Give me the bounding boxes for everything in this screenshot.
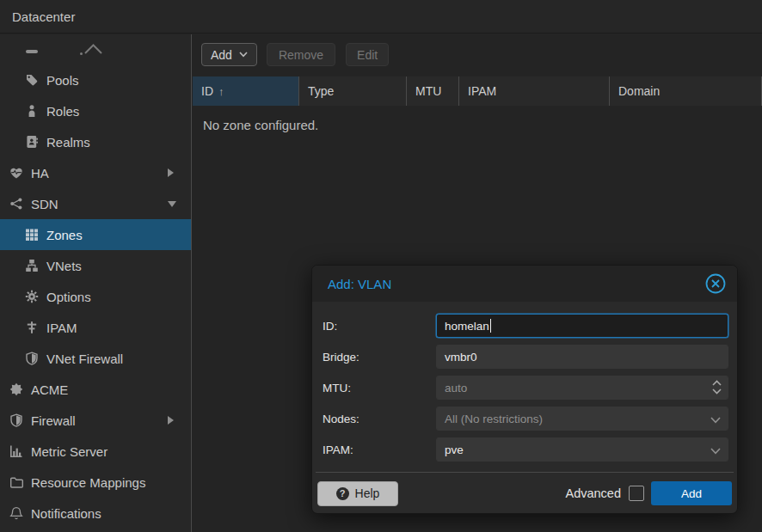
advanced-label: Advanced <box>566 486 622 500</box>
dialog-header[interactable]: Add: VLAN <box>312 266 737 302</box>
sidebar-item-label: Realms <box>46 135 90 150</box>
address-book-icon <box>25 135 39 149</box>
sidebar-item-label: Zones <box>46 228 83 242</box>
top-header: Datacenter <box>0 0 762 34</box>
sidebar-item-label: Firewall <box>31 413 76 428</box>
sidebar-item-sdn[interactable]: SDN <box>0 188 191 219</box>
partial-icon-fragment <box>26 50 38 53</box>
help-button[interactable]: ? Help <box>317 481 398 506</box>
sidebar-item-label: Resource Mappings <box>31 475 145 490</box>
sidebar-item-ha[interactable]: HA <box>0 157 191 188</box>
sidebar-item-acme[interactable]: ACME <box>0 374 191 405</box>
chevron-up-icon <box>83 43 103 54</box>
dialog-add-button[interactable]: Add <box>651 481 732 505</box>
bridge-input[interactable]: vmbr0 <box>436 345 728 369</box>
user-icon <box>25 104 39 118</box>
sitemap-icon <box>25 259 39 272</box>
text-cursor <box>490 319 492 333</box>
form-row-mtu: MTU: auto <box>323 376 728 400</box>
heartbeat-icon <box>9 166 23 180</box>
gear-icon <box>25 290 39 303</box>
sidebar-item-metric-server[interactable]: Metric Server <box>0 436 191 467</box>
app-root: Datacenter Pools Roles Realms HA SDN <box>0 0 762 532</box>
sidebar: Pools Roles Realms HA SDN Zones VNets <box>0 34 192 532</box>
tag-icon <box>25 73 39 87</box>
bridge-label: Bridge: <box>323 351 436 364</box>
form-row-id: ID: homelan <box>323 314 728 338</box>
mtu-spinner[interactable]: auto <box>436 376 728 400</box>
sidebar-item-vnet-firewall[interactable]: VNet Firewall <box>0 343 191 374</box>
form-row-ipam: IPAM: pve <box>323 437 728 462</box>
sidebar-item-label: ACME <box>31 382 68 397</box>
sidebar-item-roles[interactable]: Roles <box>0 95 191 126</box>
remove-button[interactable]: Remove <box>267 43 335 66</box>
sidebar-item-firewall[interactable]: Firewall <box>0 405 191 436</box>
close-icon[interactable] <box>704 272 727 295</box>
sidebar-item-ipam[interactable]: IPAM <box>0 312 191 343</box>
collapse-down-icon[interactable] <box>168 201 176 207</box>
nodes-label: Nodes: <box>323 413 436 425</box>
chevron-down-icon <box>710 417 721 424</box>
sidebar-item-pools[interactable]: Pools <box>0 64 191 95</box>
sidebar-item-vnets[interactable]: VNets <box>0 250 191 281</box>
sidebar-item-realms[interactable]: Realms <box>0 126 191 157</box>
spinner-arrows[interactable] <box>712 380 722 394</box>
shield-icon <box>9 413 23 427</box>
edit-button[interactable]: Edit <box>346 43 389 66</box>
sidebar-item-partial[interactable] <box>0 34 191 64</box>
grid-icon <box>25 228 39 242</box>
id-input[interactable]: homelan <box>436 314 728 338</box>
partial-text-fragment <box>80 52 83 55</box>
sidebar-item-label: IPAM <box>46 321 77 335</box>
sidebar-item-notifications[interactable]: Notifications <box>0 498 191 529</box>
table-header: ID ↑ Type MTU IPAM Domain <box>193 76 762 106</box>
sidebar-item-label: Options <box>46 290 91 304</box>
ipam-select[interactable]: pve <box>436 437 728 462</box>
add-button[interactable]: Add <box>201 43 257 66</box>
shield-icon <box>25 352 39 365</box>
sidebar-item-label: SDN <box>31 197 58 211</box>
page-title: Datacenter <box>12 9 75 24</box>
dropdown-chevron-icon <box>239 52 248 58</box>
sidebar-item-label: HA <box>31 166 49 180</box>
sidebar-item-label: Pools <box>46 73 79 88</box>
spin-up-icon[interactable] <box>712 380 722 386</box>
ipam-icon <box>25 321 39 334</box>
id-label: ID: <box>323 320 436 333</box>
bell-icon <box>9 506 23 520</box>
sidebar-item-zones[interactable]: Zones <box>0 219 191 250</box>
sidebar-item-label: Notifications <box>31 506 101 521</box>
spin-down-icon[interactable] <box>712 388 722 394</box>
network-icon <box>9 197 23 211</box>
sidebar-item-resource-mappings[interactable]: Resource Mappings <box>0 467 191 498</box>
nodes-select[interactable]: All (No restrictions) <box>436 407 728 431</box>
folder-icon <box>9 475 23 489</box>
sidebar-item-label: VNets <box>46 259 82 273</box>
form-row-bridge: Bridge: vmbr0 <box>323 345 728 369</box>
advanced-checkbox[interactable] <box>629 486 644 501</box>
column-header-ipam[interactable]: IPAM <box>459 76 610 106</box>
sort-asc-icon: ↑ <box>218 85 224 98</box>
question-circle-icon: ? <box>336 487 349 500</box>
column-header-mtu[interactable]: MTU <box>407 76 459 106</box>
dialog-title: Add: VLAN <box>328 277 704 291</box>
sidebar-item-label: Roles <box>46 104 79 119</box>
ipam-label: IPAM: <box>323 443 436 456</box>
column-header-type[interactable]: Type <box>299 76 407 106</box>
zones-toolbar: Add Remove Edit <box>193 34 762 66</box>
add-vlan-dialog: Add: VLAN ID: homelan Bridge: vmbr0 MTU: <box>311 265 738 514</box>
sidebar-item-label: VNet Firewall <box>46 352 123 366</box>
bar-chart-icon <box>9 444 23 458</box>
empty-table-message: No zone configured. <box>203 118 762 132</box>
column-header-domain[interactable]: Domain <box>610 76 762 106</box>
mtu-label: MTU: <box>323 382 436 394</box>
dialog-body: ID: homelan Bridge: vmbr0 MTU: auto <box>312 302 737 472</box>
sidebar-item-options[interactable]: Options <box>0 281 191 312</box>
sidebar-item-label: Metric Server <box>31 444 108 459</box>
form-row-nodes: Nodes: All (No restrictions) <box>323 407 728 431</box>
expand-right-icon[interactable] <box>168 416 174 425</box>
expand-right-icon[interactable] <box>168 168 174 177</box>
chevron-down-icon <box>710 448 721 455</box>
column-header-id[interactable]: ID ↑ <box>193 76 299 106</box>
dialog-footer: ? Help Advanced Add <box>312 473 737 514</box>
